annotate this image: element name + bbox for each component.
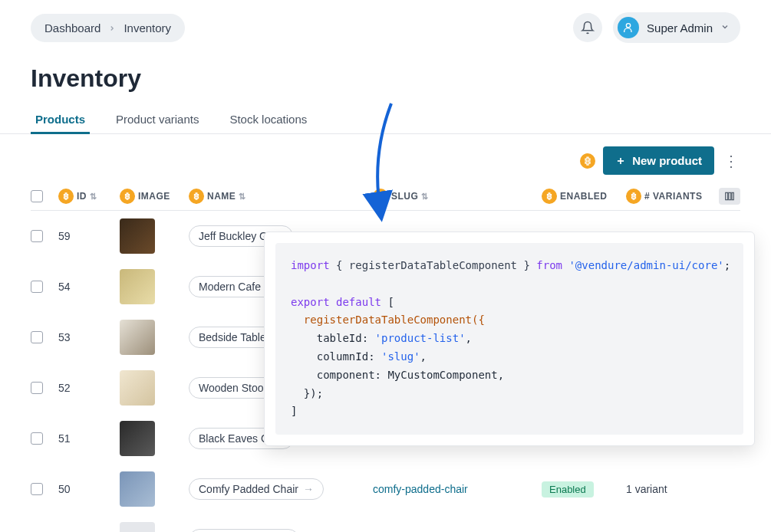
user-menu[interactable]: Super Admin <box>613 12 740 43</box>
table-row[interactable]: 50 Comfy Padded Chair→ comfy-padded-chai… <box>31 464 740 514</box>
cell-id: 51 <box>58 432 120 445</box>
tab-stock-locations[interactable]: Stock locations <box>225 105 311 133</box>
row-checkbox[interactable] <box>31 230 43 242</box>
breadcrumb[interactable]: Dashboard Inventory <box>31 14 185 42</box>
notifications-button[interactable] <box>573 13 602 42</box>
column-image[interactable]: IMAGE <box>138 191 170 202</box>
breadcrumb-root[interactable]: Dashboard <box>44 21 100 34</box>
column-variants[interactable]: # VARIANTS <box>644 191 702 202</box>
svg-rect-5 <box>726 192 728 199</box>
product-thumbnail[interactable] <box>120 522 155 532</box>
extension-badge-icon <box>58 189 74 204</box>
table-header: ID ⇅ IMAGE NAME ⇅ SLUG ⇅ ENABLED # VARIA… <box>31 182 740 211</box>
cell-id: 52 <box>58 382 120 394</box>
column-id[interactable]: ID <box>77 191 87 202</box>
tab-product-variants[interactable]: Product variants <box>111 105 203 133</box>
page-title: Inventory <box>0 49 771 99</box>
product-thumbnail[interactable] <box>120 269 155 304</box>
new-product-button[interactable]: New product <box>603 146 714 175</box>
arrow-right-icon: → <box>303 483 314 495</box>
select-all-checkbox[interactable] <box>31 190 43 202</box>
column-name[interactable]: NAME <box>207 191 236 202</box>
cell-id: 50 <box>58 483 120 495</box>
chevron-down-icon <box>720 21 730 34</box>
table-row[interactable]: 49 Wooden Side D→ <box>31 514 740 532</box>
product-thumbnail[interactable] <box>120 218 155 254</box>
chevron-right-icon <box>108 21 116 34</box>
new-product-label: New product <box>632 154 702 167</box>
cell-variants: 1 variant <box>626 483 726 495</box>
column-enabled[interactable]: ENABLED <box>560 191 608 202</box>
cell-id: 59 <box>58 230 120 242</box>
product-name-chip[interactable]: Wooden Side D→ <box>189 529 299 532</box>
code-block: import { registerDataTableComponent } fr… <box>275 243 743 435</box>
code-popover: import { registerDataTableComponent } fr… <box>264 232 755 446</box>
extension-badge-icon <box>373 189 388 204</box>
product-thumbnail[interactable] <box>120 320 155 355</box>
row-checkbox[interactable] <box>31 331 43 343</box>
product-name-chip[interactable]: Comfy Padded Chair→ <box>189 478 324 500</box>
product-thumbnail[interactable] <box>120 370 155 406</box>
extension-badge-icon <box>580 153 595 169</box>
row-checkbox[interactable] <box>31 382 43 394</box>
more-actions-button[interactable]: ⋮ <box>722 152 740 170</box>
column-settings-button[interactable] <box>719 188 740 205</box>
product-thumbnail[interactable] <box>120 471 155 507</box>
sort-icon[interactable]: ⇅ <box>239 192 246 202</box>
column-slug[interactable]: SLUG <box>391 191 418 202</box>
cell-id: 53 <box>58 331 120 343</box>
extension-badge-icon <box>542 189 557 204</box>
sort-icon[interactable]: ⇅ <box>421 192 429 202</box>
row-checkbox[interactable] <box>31 281 43 293</box>
tabs: Products Product variants Stock location… <box>0 99 771 134</box>
extension-badge-icon <box>626 189 641 204</box>
breadcrumb-current: Inventory <box>124 21 171 34</box>
svg-rect-7 <box>732 192 733 199</box>
extension-badge-icon <box>189 189 204 204</box>
svg-point-0 <box>626 24 630 28</box>
sort-icon[interactable]: ⇅ <box>90 192 97 202</box>
avatar <box>618 17 639 38</box>
enabled-badge: Enabled <box>542 481 594 498</box>
product-thumbnail[interactable] <box>120 421 155 456</box>
row-checkbox[interactable] <box>31 432 43 445</box>
tab-products[interactable]: Products <box>31 105 90 133</box>
svg-rect-6 <box>729 192 731 199</box>
cell-id: 54 <box>58 281 120 293</box>
row-checkbox[interactable] <box>31 483 43 495</box>
slug-link[interactable]: comfy-padded-chair <box>373 483 468 495</box>
extension-badge-icon <box>120 189 135 204</box>
user-name: Super Admin <box>647 21 713 34</box>
